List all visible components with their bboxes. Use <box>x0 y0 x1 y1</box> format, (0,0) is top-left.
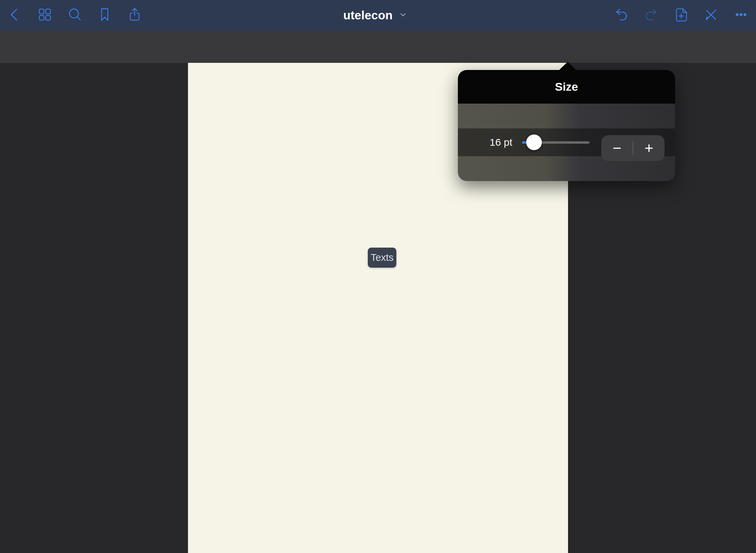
app-window: utelecon <box>0 0 756 553</box>
share-icon <box>127 7 142 24</box>
increase-size-button[interactable]: + <box>633 135 665 161</box>
search-icon <box>67 7 83 24</box>
navbar-right-group <box>612 0 750 30</box>
page-title: utelecon <box>343 8 393 22</box>
document-title-control[interactable]: utelecon <box>343 0 408 30</box>
share-button[interactable] <box>125 6 144 24</box>
popover-title: Size <box>555 80 578 93</box>
back-button[interactable] <box>6 6 24 24</box>
tools-toolbar: T HiraginoSans-... 16 <box>0 30 756 63</box>
text-object[interactable]: Texts <box>368 248 396 268</box>
undo-button[interactable] <box>612 6 631 24</box>
undo-icon <box>614 7 629 24</box>
grid-icon <box>37 7 53 24</box>
ellipsis-icon <box>733 7 749 24</box>
bookmark-button[interactable] <box>96 6 114 24</box>
top-navbar: utelecon <box>0 0 756 30</box>
thumbnails-button[interactable] <box>36 6 54 24</box>
popover-header: Size <box>458 70 675 104</box>
popover-arrow <box>559 62 577 70</box>
add-page-icon <box>673 7 689 24</box>
more-button[interactable] <box>732 6 750 24</box>
bookmark-icon <box>97 7 113 24</box>
redo-icon <box>643 7 659 24</box>
text-object-label: Texts <box>371 252 394 263</box>
navbar-left-group <box>6 0 144 30</box>
stop-editing-button[interactable] <box>702 6 720 24</box>
size-stepper-group: − + <box>601 135 665 161</box>
pen-cross-icon <box>703 7 719 24</box>
title-chevron-down-icon <box>398 10 408 21</box>
search-button[interactable] <box>66 6 84 24</box>
add-page-button[interactable] <box>672 6 690 24</box>
redo-button[interactable] <box>642 6 660 24</box>
size-popover: Size 16 pt − + <box>458 70 675 181</box>
decrease-size-button[interactable]: − <box>601 135 633 161</box>
back-chevron-icon <box>7 7 23 24</box>
size-value-label: 16 pt <box>477 128 512 156</box>
size-slider-knob[interactable] <box>526 135 542 150</box>
